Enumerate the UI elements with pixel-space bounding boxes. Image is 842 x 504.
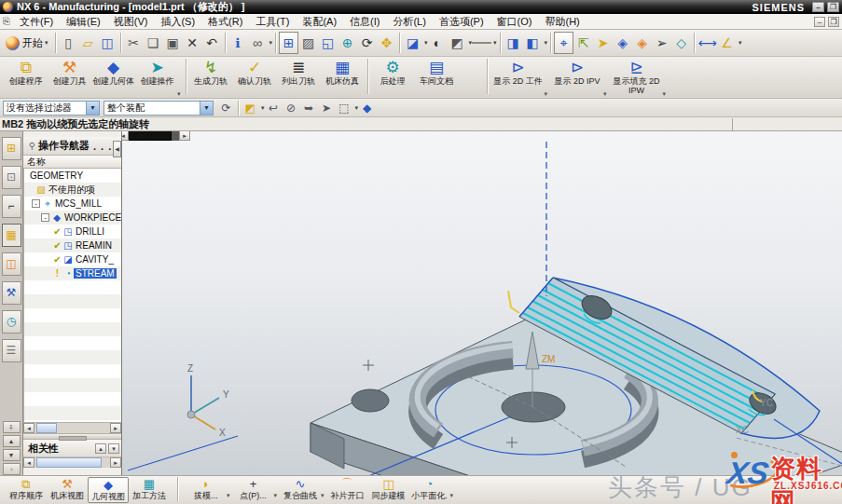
command-info-icon[interactable] (228, 33, 248, 53)
dependencies-up-icon[interactable]: ▴ (95, 443, 106, 454)
tree-horizontal-scrollbar[interactable]: ◂ ▸ (23, 422, 121, 433)
curve-caret-icon[interactable]: ▾ (321, 492, 324, 499)
clip-section-alt-icon[interactable] (523, 33, 543, 53)
dependencies-scrollbar[interactable]: ◂ ▸ (23, 456, 121, 468)
expander-icon[interactable] (41, 213, 49, 222)
pin-icon[interactable] (26, 141, 38, 151)
raise-icon[interactable] (300, 100, 318, 116)
facet-caret-icon[interactable]: ▾ (450, 492, 454, 499)
menu-edit[interactable]: 编辑(E) (60, 14, 107, 30)
back-arrow-icon[interactable] (265, 100, 283, 116)
show-ipv-caret-icon[interactable]: ▾ (603, 90, 607, 98)
point-button[interactable]: 点(P)... (233, 477, 274, 503)
selection-scope-combo[interactable]: 整个装配 ▼ (104, 101, 214, 116)
panel-collapse-button[interactable]: ◀ (113, 141, 121, 157)
snap-vector-icon[interactable] (573, 33, 593, 53)
create-program-button[interactable]: 创建程序 (4, 59, 48, 97)
save-icon[interactable] (98, 33, 117, 53)
menu-view[interactable]: 视图(V) (107, 14, 155, 30)
child-minimize-button[interactable]: – (814, 17, 825, 27)
resource-scroll-top-button[interactable]: ⍏ (3, 421, 21, 433)
no-selection-icon[interactable] (283, 100, 300, 116)
shaded-view-icon[interactable] (403, 33, 422, 53)
tree-item-workpiece[interactable]: WORKPIECE (24, 211, 121, 225)
rotate-view-icon[interactable] (357, 33, 377, 53)
tree-item-geometry[interactable]: GEOMETRY (24, 169, 121, 183)
tool-palette-tab[interactable] (2, 281, 21, 305)
pan-view-icon[interactable] (377, 33, 396, 53)
scroll-thumb[interactable] (36, 423, 57, 433)
composite-curve-button[interactable]: 复合曲线 (280, 477, 321, 503)
reverse-orange-icon[interactable] (632, 33, 652, 53)
menu-information[interactable]: 信息(I) (343, 14, 386, 30)
zoom-icon[interactable] (338, 33, 357, 53)
postprocess-button[interactable]: 后处理 (371, 59, 415, 97)
synchronous-modeling-button[interactable]: 同步建模 (368, 477, 409, 503)
create-operation-button[interactable]: 创建操作 (135, 59, 179, 97)
refresh-icon[interactable] (217, 100, 235, 116)
menu-window[interactable]: 窗口(O) (490, 14, 539, 30)
operation-navigator-tab[interactable] (2, 224, 21, 247)
machining-wizard-tab[interactable] (2, 252, 21, 276)
minimize-button[interactable]: – (812, 2, 824, 12)
menu-insert[interactable]: 插入(S) (154, 14, 201, 30)
tree-item-streamline[interactable]: ! STREAM (24, 266, 121, 280)
dependencies-down-icon[interactable]: ▾ (108, 443, 119, 454)
machining-method-view-button[interactable]: 加工方法 (129, 477, 170, 503)
resource-scroll-bottom-button[interactable]: ⍖ (3, 463, 21, 475)
machine-tool-view-button[interactable]: 机床视图 (47, 477, 88, 503)
shop-doc-button[interactable]: 车间文档 (415, 59, 459, 97)
snap-options-icon[interactable] (671, 33, 691, 53)
expander-icon[interactable] (32, 199, 40, 208)
point-caret-icon[interactable]: ▾ (274, 492, 278, 499)
part-cube-icon[interactable] (358, 100, 376, 116)
create-group-caret-icon[interactable]: ▾ (177, 90, 181, 98)
roles-tab[interactable] (2, 339, 21, 362)
child-restore-button[interactable]: ❐ (828, 17, 839, 27)
program-order-view-button[interactable]: 程序顺序 (6, 477, 47, 503)
name-column-header[interactable]: 名称 (23, 156, 121, 169)
zoom-area-icon[interactable] (298, 33, 318, 53)
zoom-window-icon[interactable] (318, 33, 338, 53)
graphics-viewport[interactable]: ◂ ▸ (122, 131, 842, 475)
geometry-view-button[interactable]: 几何视图 (88, 477, 129, 503)
view-triad[interactable]: Z Y X (187, 363, 229, 438)
menu-analysis[interactable]: 分析(L) (386, 14, 432, 30)
part-navigator-tab[interactable] (2, 195, 21, 218)
selection-filter-combo[interactable]: 没有选择过滤器 ▼ (3, 101, 100, 116)
scroll-right-icon[interactable]: ▸ (179, 131, 190, 141)
tree-item-mcs-mill[interactable]: MCS_MILL (24, 197, 121, 211)
show-filled-2d-ipw-button[interactable]: 显示填充 2D IPW (609, 59, 665, 97)
create-tool-button[interactable]: 创建刀具 (48, 59, 91, 97)
machine-simulation-button[interactable]: 机床仿真 (321, 59, 365, 97)
undo-icon[interactable] (202, 33, 222, 53)
scroll-left-icon[interactable]: ◂ (23, 457, 35, 468)
menu-preferences[interactable]: 首选项(P) (433, 14, 490, 30)
resource-scroll-up-button[interactable]: ▲ (3, 435, 21, 447)
viewport-top-scrollbar[interactable]: ◂ ▸ (122, 131, 190, 142)
fit-view-icon[interactable] (279, 32, 298, 54)
open-folder-icon[interactable] (78, 33, 98, 53)
scroll-left-icon[interactable]: ◂ (122, 131, 129, 141)
snap-point-icon[interactable] (242, 100, 259, 116)
cut-icon[interactable] (124, 33, 144, 53)
dependencies-header[interactable]: 相关性 ▴ ▾ (23, 440, 121, 456)
face-analysis-icon[interactable] (428, 33, 448, 53)
snap-key-icon[interactable] (593, 33, 613, 53)
verify-toolpath-button[interactable]: 确认刀轨 (233, 59, 277, 97)
create-geometry-button[interactable]: 创建几何体 (91, 59, 135, 97)
patch-opening-button[interactable]: 补片开口 (327, 477, 368, 503)
menu-help[interactable]: 帮助(H) (538, 14, 586, 30)
tree-item-unused[interactable]: 不使用的项 (24, 183, 121, 197)
delete-icon[interactable] (183, 33, 202, 53)
draft-button[interactable]: 拔模... (186, 477, 227, 503)
paste-icon[interactable] (163, 33, 183, 53)
list-toolpath-button[interactable]: 列出刀轨 (277, 59, 321, 97)
measure-distance-icon[interactable] (697, 33, 717, 53)
search-binoculars-icon[interactable] (248, 33, 268, 53)
measure-angle-icon[interactable] (717, 33, 737, 53)
scroll-thumb[interactable] (129, 131, 172, 141)
reverse-blue-icon[interactable] (613, 33, 632, 53)
assembly-navigator-tab[interactable] (2, 137, 21, 160)
marquee-select-icon[interactable] (336, 100, 353, 116)
